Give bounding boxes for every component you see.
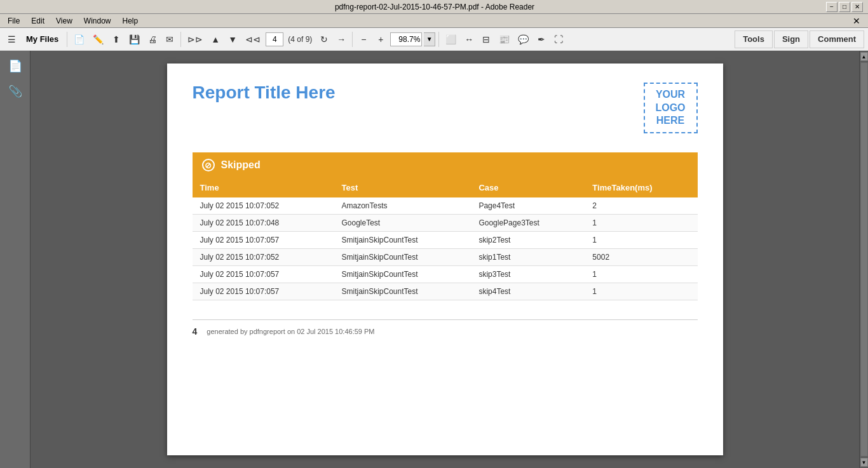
my-files-button[interactable]: My Files	[21, 33, 64, 45]
cell-3-0: July 02 2015 10:07:052	[193, 249, 334, 266]
zoom-input[interactable]: 98.7%	[390, 32, 422, 46]
section-title: Skipped	[221, 159, 261, 171]
menu-file[interactable]: File	[3, 15, 25, 27]
prev-page-button[interactable]: ▲	[208, 30, 223, 48]
logo-placeholder: YOURLOGOHERE	[644, 83, 698, 133]
zoom-dropdown[interactable]: ▼	[424, 32, 435, 46]
cell-1-3: 1	[585, 215, 697, 232]
cell-0-0: July 02 2015 10:07:052	[193, 197, 334, 215]
open-button[interactable]: 📄	[71, 30, 88, 48]
main-area: 📄 📎 Report Title Here YOURLOGOHERE ⊘ Ski…	[0, 51, 868, 468]
title-bar-controls[interactable]: − □ ✕	[826, 2, 863, 12]
cell-1-0: July 02 2015 10:07:048	[193, 215, 334, 232]
menu-window[interactable]: Window	[79, 15, 116, 27]
table-row: July 02 2015 10:07:048GoogleTestGooglePa…	[193, 215, 698, 232]
cell-4-0: July 02 2015 10:07:057	[193, 266, 334, 283]
col-timetaken: TimeTaken(ms)	[585, 178, 697, 197]
table-row: July 02 2015 10:07:057SmitjainSkipCountT…	[193, 283, 698, 300]
forward-button[interactable]: →	[334, 30, 349, 48]
cell-0-3: 2	[585, 197, 697, 215]
skipped-icon: ⊘	[202, 159, 215, 171]
report-title: Report Title Here	[193, 83, 336, 103]
comment-button[interactable]: 💬	[515, 30, 532, 48]
table-row: July 02 2015 10:07:052AmazonTestsPage4Te…	[193, 197, 698, 215]
menu-close-icon[interactable]: ✕	[848, 15, 865, 27]
title-bar-text: pdfng-report-02-Jul-2015-10-46-57-PM.pdf…	[43, 3, 826, 11]
toolbar-right: Tools Sign Comment	[735, 30, 864, 48]
cell-5-3: 1	[585, 283, 697, 300]
table-row: July 02 2015 10:07:057SmitjainSkipCountT…	[193, 232, 698, 249]
pdf-area[interactable]: Report Title Here YOURLOGOHERE ⊘ Skipped…	[31, 51, 859, 468]
menu-view[interactable]: View	[51, 15, 78, 27]
pdf-page: Report Title Here YOURLOGOHERE ⊘ Skipped…	[167, 64, 723, 455]
toolbar-divider-4	[438, 32, 439, 47]
page-info: (4 of 9)	[285, 35, 315, 44]
minimize-button[interactable]: −	[826, 2, 837, 12]
pdf-header: Report Title Here YOURLOGOHERE	[193, 83, 698, 140]
col-test: Test	[334, 178, 471, 197]
first-page-button[interactable]: ⊳⊳	[184, 30, 206, 48]
fit-width-button[interactable]: ↔	[461, 30, 477, 48]
maximize-button[interactable]: □	[839, 2, 850, 12]
toolbar-divider-1	[67, 32, 67, 47]
comment-right-button[interactable]: Comment	[810, 30, 864, 48]
cell-0-2: Page4Test	[471, 197, 585, 215]
email-button[interactable]: ✉	[162, 30, 177, 48]
table-header-row: Time Test Case TimeTaken(ms)	[193, 178, 698, 197]
sign-button[interactable]: Sign	[774, 30, 808, 48]
cell-2-1: SmitjainSkipCountTest	[334, 232, 471, 249]
annotation-button[interactable]: ✒	[534, 30, 549, 48]
hamburger-button[interactable]: ☰	[4, 30, 19, 48]
cell-1-1: GoogleTest	[334, 215, 471, 232]
pdf-footer: 4 generated by pdfngreport on 02 Jul 201…	[193, 319, 698, 337]
zoom-out-button[interactable]: −	[356, 30, 371, 48]
edit-pdf-button[interactable]: ✏️	[90, 30, 107, 48]
page-thumbnail-icon[interactable]: 📄	[5, 56, 25, 76]
cell-5-1: SmitjainSkipCountTest	[334, 283, 471, 300]
cell-2-2: skip2Test	[471, 232, 585, 249]
print-button[interactable]: 🖨	[145, 30, 160, 48]
close-button[interactable]: ✕	[851, 2, 863, 12]
footer-generated: generated by pdfngreport on 02 Jul 2015 …	[207, 328, 374, 335]
next-page-button[interactable]: ▼	[225, 30, 240, 48]
cell-0-1: AmazonTests	[334, 197, 471, 215]
cell-2-0: July 02 2015 10:07:057	[193, 232, 334, 249]
toolbar-divider-2	[180, 32, 181, 47]
left-panel: 📄 📎	[0, 51, 31, 468]
save-button[interactable]: 💾	[126, 30, 143, 48]
fit-page-button[interactable]: ⬜	[442, 30, 459, 48]
cell-4-1: SmitjainSkipCountTest	[334, 266, 471, 283]
refresh-button[interactable]: ↻	[316, 30, 332, 48]
data-table: Time Test Case TimeTaken(ms) July 02 201…	[193, 178, 698, 300]
tools-button[interactable]: Tools	[735, 30, 773, 48]
footer-page-number: 4	[193, 326, 198, 337]
col-time: Time	[193, 178, 334, 197]
cell-4-3: 1	[585, 266, 697, 283]
cell-1-2: GooglePage3Test	[471, 215, 585, 232]
bookmark-icon[interactable]: 📎	[5, 81, 25, 102]
upload-button[interactable]: ⬆	[109, 30, 124, 48]
table-row: July 02 2015 10:07:057SmitjainSkipCountT…	[193, 266, 698, 283]
two-page-button[interactable]: ⊟	[478, 30, 494, 48]
toolbar-divider-3	[352, 32, 353, 47]
menu-bar: File Edit View Window Help ✕	[0, 14, 868, 28]
last-page-button[interactable]: ⊲⊲	[242, 30, 264, 48]
toolbar: ☰ My Files 📄 ✏️ ⬆ 💾 🖨 ✉ ⊳⊳ ▲ ▼ ⊲⊲ 4 (4 o…	[0, 28, 868, 51]
cell-3-2: skip1Test	[471, 249, 585, 266]
cell-5-2: skip4Test	[471, 283, 585, 300]
zoom-in-button[interactable]: +	[373, 30, 388, 48]
cell-3-3: 5002	[585, 249, 697, 266]
scrollbar[interactable]: ▲ ▼	[859, 51, 868, 468]
fullscreen-button[interactable]: ⛶	[551, 30, 566, 48]
cell-5-0: July 02 2015 10:07:057	[193, 283, 334, 300]
menu-help[interactable]: Help	[118, 15, 144, 27]
menu-edit[interactable]: Edit	[26, 15, 50, 27]
cell-3-1: SmitjainSkipCountTest	[334, 249, 471, 266]
table-row: July 02 2015 10:07:052SmitjainSkipCountT…	[193, 249, 698, 266]
page-input[interactable]: 4	[266, 32, 283, 46]
title-bar: pdfng-report-02-Jul-2015-10-46-57-PM.pdf…	[0, 0, 868, 14]
cell-2-3: 1	[585, 232, 697, 249]
col-case: Case	[471, 178, 585, 197]
reader-mode-button[interactable]: 📰	[496, 30, 513, 48]
cell-4-2: skip3Test	[471, 266, 585, 283]
